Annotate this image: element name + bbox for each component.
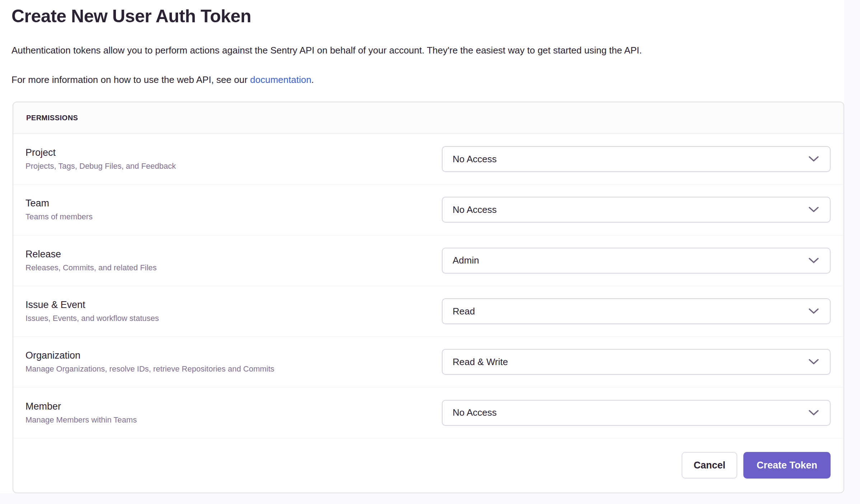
permission-description: Issues, Events, and workflow statuses	[25, 314, 442, 323]
docs-paragraph: For more information on how to use the w…	[11, 74, 314, 86]
permission-row-organization: Organization Manage Organizations, resol…	[13, 337, 843, 387]
permission-name: Release	[25, 249, 442, 260]
permissions-panel: PERMISSIONS Project Projects, Tags, Debu…	[13, 102, 844, 493]
issue-event-access-selected-value: Read	[453, 306, 475, 317]
intro-paragraph: Authentication tokens allow you to perfo…	[11, 45, 642, 56]
permission-labels: Project Projects, Tags, Debug Files, and…	[25, 147, 442, 171]
chevron-down-icon	[808, 206, 819, 213]
chevron-down-icon	[808, 308, 819, 314]
chevron-down-icon	[808, 257, 819, 264]
permission-name: Issue & Event	[25, 299, 442, 311]
permission-row-project: Project Projects, Tags, Debug Files, and…	[13, 134, 843, 185]
permission-row-issue-event: Issue & Event Issues, Events, and workfl…	[13, 286, 843, 337]
permission-description: Releases, Commits, and related Files	[25, 263, 442, 272]
documentation-link[interactable]: documentation	[250, 74, 312, 85]
chevron-down-icon	[808, 410, 819, 416]
permission-name: Team	[25, 198, 442, 209]
chevron-down-icon	[808, 359, 819, 365]
project-access-selected-value: No Access	[453, 154, 497, 165]
project-access-select[interactable]: No Access	[442, 146, 831, 172]
cancel-button[interactable]: Cancel	[682, 452, 737, 479]
member-access-select[interactable]: No Access	[442, 400, 831, 426]
panel-footer: Cancel Create Token	[13, 438, 843, 493]
permission-labels: Release Releases, Commits, and related F…	[25, 249, 442, 272]
permission-labels: Team Teams of members	[25, 198, 442, 221]
permission-name: Organization	[25, 350, 442, 361]
permission-name: Project	[25, 147, 442, 158]
chevron-down-icon	[808, 156, 819, 162]
permission-description: Manage Organizations, resolve IDs, retri…	[25, 364, 442, 374]
team-access-select[interactable]: No Access	[442, 197, 831, 223]
permissions-panel-header: PERMISSIONS	[13, 102, 843, 134]
permission-name: Member	[25, 401, 442, 412]
permission-description: Manage Members within Teams	[25, 415, 442, 425]
permission-row-member: Member Manage Members within Teams No Ac…	[13, 387, 843, 438]
docs-paragraph-suffix: .	[311, 74, 314, 85]
permission-labels: Organization Manage Organizations, resol…	[25, 350, 442, 374]
permission-row-team: Team Teams of members No Access	[13, 185, 843, 235]
organization-access-selected-value: Read & Write	[453, 356, 508, 368]
create-token-button[interactable]: Create Token	[743, 452, 831, 479]
docs-paragraph-prefix: For more information on how to use the w…	[11, 74, 250, 85]
release-access-select[interactable]: Admin	[442, 248, 831, 274]
issue-event-access-select[interactable]: Read	[442, 298, 831, 324]
release-access-selected-value: Admin	[453, 255, 479, 266]
permission-row-release: Release Releases, Commits, and related F…	[13, 235, 843, 286]
page-title: Create New User Auth Token	[11, 6, 251, 27]
permission-description: Projects, Tags, Debug Files, and Feedbac…	[25, 162, 442, 171]
member-access-selected-value: No Access	[453, 407, 497, 418]
team-access-selected-value: No Access	[453, 204, 497, 215]
permissions-rows: Project Projects, Tags, Debug Files, and…	[13, 134, 843, 438]
permission-description: Teams of members	[25, 212, 442, 221]
permission-labels: Issue & Event Issues, Events, and workfl…	[25, 299, 442, 323]
permission-labels: Member Manage Members within Teams	[25, 401, 442, 425]
organization-access-select[interactable]: Read & Write	[442, 349, 831, 375]
